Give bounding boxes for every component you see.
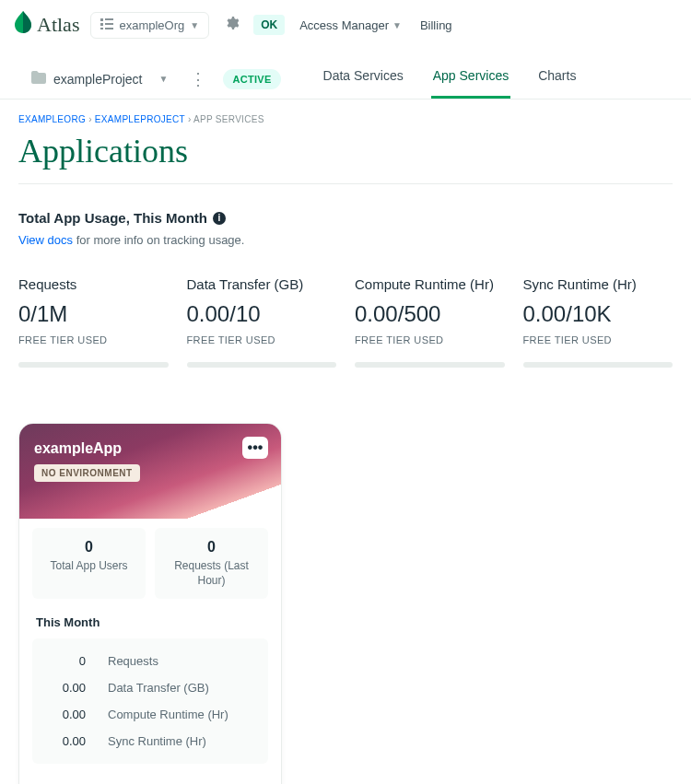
progress-bar xyxy=(355,362,505,368)
tab-data-services[interactable]: Data Services xyxy=(322,59,405,99)
breadcrumb-org[interactable]: EXAMPLEORG xyxy=(18,114,86,124)
leaf-icon xyxy=(15,11,31,39)
this-month-label: This Month xyxy=(36,615,268,629)
nav-billing[interactable]: Billing xyxy=(416,15,456,36)
metric-data-transfer: Data Transfer (GB) 0.00/10 FREE TIER USE… xyxy=(187,276,337,368)
usage-subtext: View docs for more info on tracking usag… xyxy=(18,233,673,247)
chevron-down-icon: ▼ xyxy=(159,74,169,84)
app-card-footer: Last modified: 0 minutes ago xyxy=(19,777,281,784)
stat-row: 0.00 Compute Runtime (Hr) xyxy=(45,701,255,728)
breadcrumb-current: APP SERVICES xyxy=(193,114,264,124)
brand-logo[interactable]: Atlas xyxy=(15,11,79,39)
svg-rect-4 xyxy=(105,23,113,25)
app-users-box: 0 Total App Users xyxy=(32,528,146,599)
page-title: Applications xyxy=(18,132,673,170)
status-ok-badge: OK xyxy=(253,15,285,35)
tab-charts[interactable]: Charts xyxy=(536,59,578,99)
app-name: exampleApp xyxy=(34,440,266,457)
info-icon[interactable]: i xyxy=(213,212,226,225)
app-card-menu-button[interactable]: ••• xyxy=(242,437,268,459)
top-bar: Atlas exampleOrg ▼ OK Access Manager ▼ B… xyxy=(0,0,691,50)
brand-name: Atlas xyxy=(37,13,79,37)
metrics-row: Requests 0/1M FREE TIER USED Data Transf… xyxy=(18,276,673,368)
svg-rect-3 xyxy=(105,18,113,20)
breadcrumb-project[interactable]: EXAMPLEPROJECT xyxy=(95,114,185,124)
usage-header: Total App Usage, This Month i xyxy=(18,210,673,226)
content-area: EXAMPLEORG › EXAMPLEPROJECT › APP SERVIC… xyxy=(0,99,691,784)
org-selector[interactable]: exampleOrg ▼ xyxy=(90,12,209,39)
app-requests-box: 0 Requests (Last Hour) xyxy=(155,528,268,599)
gear-icon xyxy=(224,16,239,30)
breadcrumb: EXAMPLEORG › EXAMPLEPROJECT › APP SERVIC… xyxy=(18,114,673,124)
divider xyxy=(18,183,673,184)
progress-bar xyxy=(18,362,169,368)
chevron-down-icon: ▼ xyxy=(190,20,199,30)
sub-bar: exampleProject ▼ ⋮ ACTIVE Data Services … xyxy=(0,50,691,99)
svg-rect-2 xyxy=(100,28,103,29)
sub-tabs: Data Services App Services Charts xyxy=(322,59,579,99)
project-status-badge: ACTIVE xyxy=(223,69,280,89)
project-selector[interactable]: exampleProject ▼ xyxy=(26,67,173,90)
project-name: exampleProject xyxy=(53,72,143,87)
app-stats-table: 0 Requests 0.00 Data Transfer (GB) 0.00 … xyxy=(32,638,268,764)
folder-icon xyxy=(31,71,46,87)
metric-sync-runtime: Sync Runtime (Hr) 0.00/10K FREE TIER USE… xyxy=(523,276,673,368)
stat-row: 0.00 Sync Runtime (Hr) xyxy=(45,728,255,755)
settings-button[interactable] xyxy=(220,12,242,38)
org-icon xyxy=(100,18,113,33)
app-card[interactable]: exampleApp ••• NO ENVIRONMENT 0 Total Ap… xyxy=(18,423,282,784)
chevron-down-icon: ▼ xyxy=(392,20,402,30)
progress-bar xyxy=(523,362,673,368)
environment-badge: NO ENVIRONMENT xyxy=(34,464,140,482)
stat-row: 0 Requests xyxy=(45,648,255,674)
metric-requests: Requests 0/1M FREE TIER USED xyxy=(18,276,169,368)
app-card-body: 0 Total App Users 0 Requests (Last Hour)… xyxy=(19,519,281,777)
metric-compute-runtime: Compute Runtime (Hr) 0.00/500 FREE TIER … xyxy=(355,276,505,368)
view-docs-link[interactable]: View docs xyxy=(18,233,73,247)
svg-rect-0 xyxy=(100,18,103,21)
nav-access-manager[interactable]: Access Manager ▼ xyxy=(296,15,405,36)
tab-app-services[interactable]: App Services xyxy=(431,59,510,99)
app-card-header: exampleApp ••• NO ENVIRONMENT xyxy=(19,424,281,519)
stat-row: 0.00 Data Transfer (GB) xyxy=(45,674,255,701)
org-name: exampleOrg xyxy=(119,18,184,32)
svg-rect-1 xyxy=(100,23,103,26)
svg-rect-5 xyxy=(105,28,113,29)
project-menu-button[interactable]: ⋮ xyxy=(186,69,210,89)
progress-bar xyxy=(187,362,337,368)
